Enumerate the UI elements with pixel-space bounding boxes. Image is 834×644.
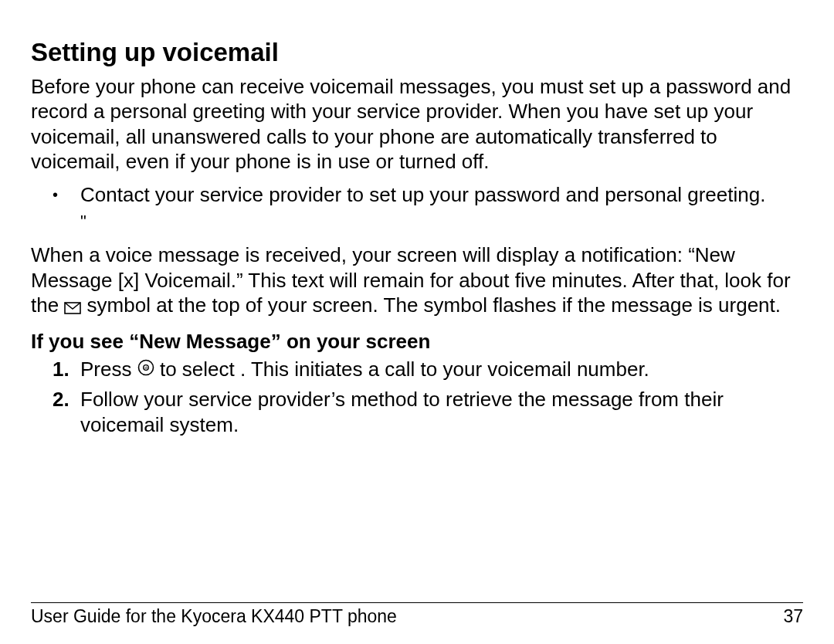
steps-list: Press ok to select . This initiates a ca… [31, 357, 803, 439]
page-footer: User Guide for the Kyocera KX440 PTT pho… [31, 602, 803, 627]
list-item: Follow your service provider’s method to… [80, 387, 803, 439]
step1-part-b: to select . This initiates a call to you… [160, 358, 649, 381]
intro-paragraph: Before your phone can receive voicemail … [31, 74, 803, 175]
page-title: Setting up voicemail [31, 37, 803, 68]
notification-paragraph: When a voice message is received, your s… [31, 242, 803, 320]
footer-row: User Guide for the Kyocera KX440 PTT pho… [31, 606, 803, 627]
document-page: Setting up voicemail Before your phone c… [0, 0, 834, 644]
list-item: Press ok to select . This initiates a ca… [80, 357, 803, 382]
footer-divider [31, 602, 803, 603]
page-number: 37 [783, 606, 803, 627]
mail-icon [64, 295, 81, 320]
footer-title: User Guide for the Kyocera KX440 PTT pho… [31, 606, 397, 627]
ditto-mark: " [80, 212, 803, 232]
bullet-list: Contact your service provider to set up … [31, 182, 803, 208]
ok-icon: ok [137, 358, 160, 381]
svg-text:ok: ok [144, 365, 148, 370]
sub-heading: If you see “New Message” on your screen [31, 330, 803, 354]
list-item: Contact your service provider to set up … [80, 182, 803, 208]
step1-part-a: Press [80, 358, 137, 381]
notify-part-b: symbol at the top of your screen. The sy… [87, 293, 781, 317]
